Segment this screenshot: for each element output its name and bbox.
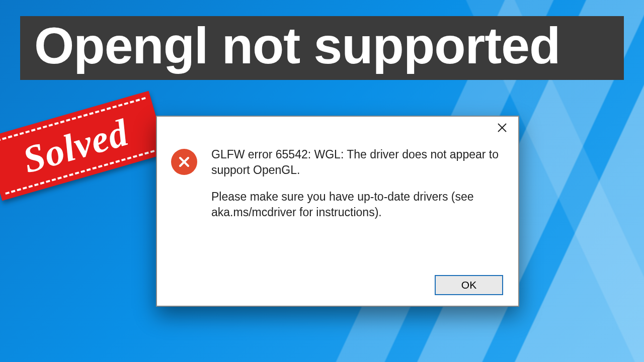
headline-text: Opengl not supported	[34, 17, 560, 74]
dialog-message-line2: Please make sure you have up-to-date dri…	[211, 189, 500, 220]
close-icon	[497, 122, 508, 133]
close-button[interactable]	[486, 117, 518, 139]
error-dialog: GLFW error 65542: WGL: The driver does n…	[156, 116, 519, 307]
ok-button[interactable]: OK	[435, 275, 503, 295]
dialog-titlebar	[157, 117, 518, 145]
dialog-body: GLFW error 65542: WGL: The driver does n…	[157, 145, 518, 264]
error-icon	[171, 149, 197, 175]
dialog-message-line1: GLFW error 65542: WGL: The driver does n…	[211, 147, 500, 178]
error-x-icon	[177, 155, 191, 169]
dialog-button-row: OK	[157, 264, 518, 306]
dialog-icon-column	[171, 147, 207, 264]
dialog-message: GLFW error 65542: WGL: The driver does n…	[207, 147, 500, 264]
headline-banner: Opengl not supported	[20, 16, 624, 80]
ok-button-label: OK	[461, 279, 476, 291]
